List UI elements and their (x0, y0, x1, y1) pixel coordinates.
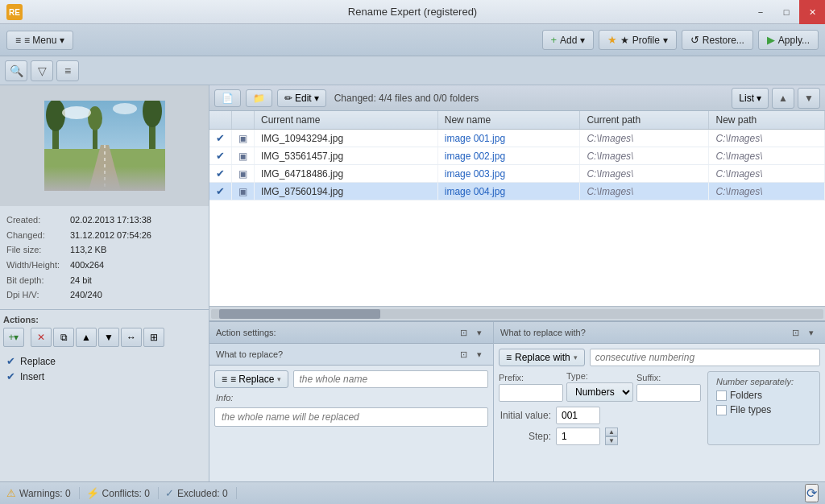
table-row[interactable]: ✔ ▣ IMG_53561457.jpg image 002.jpg C:\Im… (209, 147, 825, 165)
actions-up-button[interactable]: ▲ (76, 328, 97, 347)
action-panel-header-right: What to replace with? ⊡ ▾ (494, 322, 825, 344)
replace-with-label: Replace with (515, 352, 570, 363)
edit-caret: ▾ (314, 93, 319, 104)
row-icon-0: ▣ (232, 130, 255, 147)
filetypes-checkbox[interactable] (716, 405, 727, 415)
folders-checkbox[interactable] (716, 390, 727, 401)
actions-down-button[interactable]: ▼ (98, 328, 119, 347)
actions-panel: Actions: +▾ ✕ ⧉ ▲ ▼ ↔ ⊞ ✔ Replace ✔ Inse… (0, 309, 209, 389)
filter-button[interactable]: ▽ (31, 60, 53, 81)
table-row[interactable]: ✔ ▣ IMG_10943294.jpg image 001.jpg C:\Im… (209, 130, 825, 147)
created-value: 02.02.2013 17:13:38 (70, 213, 151, 228)
menu-icon-button[interactable]: ≡ (56, 60, 79, 81)
maximize-button[interactable]: □ (773, 0, 799, 24)
suffix-input[interactable] (636, 384, 701, 402)
hscroll-area[interactable] (209, 306, 825, 320)
nav-down-button[interactable]: ▼ (798, 88, 820, 109)
edit-label: Edit (295, 93, 312, 104)
prefix-label: Prefix: (499, 373, 563, 382)
action-item-insert[interactable]: ✔ Insert (3, 369, 205, 384)
file-icon-btn[interactable]: 📄 (214, 89, 241, 107)
list-caret: ▾ (757, 93, 761, 104)
panel-restore-right[interactable]: ⊡ (788, 325, 802, 340)
panel-close-left[interactable]: ▾ (472, 325, 487, 340)
row-newpath-3: C:\Images\ (709, 183, 825, 200)
file-table-container[interactable]: Current name New name Current path New p… (209, 111, 825, 306)
replace-dropdown-label: ≡ Replace (230, 374, 274, 385)
info-box: the whole name will be replaced (214, 407, 488, 427)
apply-button[interactable]: ▶ Apply... (758, 30, 819, 50)
profile-button[interactable]: ★ ★ Profile ▾ (599, 30, 676, 50)
filetypes-label: File types (730, 404, 771, 415)
window-title: Rename Expert (registered) (348, 6, 477, 18)
folder-icon-btn[interactable]: 📁 (246, 89, 272, 107)
minimize-button[interactable]: − (748, 0, 773, 24)
actions-move-button[interactable]: ↔ (121, 328, 142, 347)
action-settings-label: Action settings: (216, 328, 276, 337)
hscrollbar-thumb[interactable] (219, 309, 380, 319)
conflicts-item: ⚡ Conflicts: 0 (86, 487, 159, 499)
row-check-1: ✔ (209, 147, 232, 165)
replace-with-input[interactable] (590, 349, 820, 366)
number-separately-title: Number separately: (716, 377, 811, 386)
actions-add-button[interactable]: +▾ (3, 328, 24, 347)
main-container: Created: 02.02.2013 17:13:38 Changed: 31… (0, 85, 825, 481)
type-group: Type: Numbers Letters Roman (566, 371, 633, 402)
app-icon: RE (6, 4, 23, 20)
restore-button[interactable]: ↺ Restore... (682, 30, 753, 50)
bottom-section: Action settings: ⊡ ▾ What to replace? ⊡ … (209, 320, 825, 481)
what-close-btn[interactable]: ▾ (472, 347, 487, 361)
replace-with-caret: ▾ (574, 353, 578, 361)
what-restore-btn[interactable]: ⊡ (456, 347, 471, 361)
warnings-text: Warnings: 0 (19, 488, 71, 499)
edit-button[interactable]: ✏ Edit ▾ (277, 89, 326, 107)
col-check (209, 111, 232, 130)
row-current-0: IMG_10943294.jpg (255, 130, 438, 147)
actions-duplicate-button[interactable]: ⊞ (143, 328, 164, 347)
step-down-button[interactable]: ▼ (605, 436, 618, 445)
step-input[interactable] (556, 428, 600, 445)
replace-input[interactable] (293, 370, 488, 388)
type-label: Type: (566, 371, 633, 381)
table-row[interactable]: ✔ ▣ IMG_87560194.jpg image 004.jpg C:\Im… (209, 183, 825, 200)
menu-button[interactable]: ≡ ≡ Menu ▾ (6, 31, 73, 50)
nav-up-button[interactable]: ▲ (772, 88, 794, 109)
search-button[interactable]: 🔍 (5, 60, 27, 81)
conflicts-icon: ⚡ (86, 487, 99, 499)
action-panel-title: Action settings: ⊡ ▾ (209, 322, 493, 344)
window-controls: − □ ✕ (748, 0, 825, 24)
replace-row: ≡ ≡ Replace ▾ (214, 370, 488, 388)
replace-with-dropdown[interactable]: ≡ Replace with ▾ (499, 349, 585, 366)
prefix-input[interactable] (499, 384, 563, 402)
type-select[interactable]: Numbers Letters Roman (566, 382, 633, 402)
dpi-value: 240/240 (70, 287, 102, 303)
created-label: Created: (6, 213, 67, 228)
warnings-icon: ⚠ (6, 487, 16, 499)
action-item-replace[interactable]: ✔ Replace (3, 353, 205, 369)
add-button[interactable]: + Add ▾ (542, 30, 595, 50)
actions-copy-button[interactable]: ⧉ (53, 328, 74, 347)
panel-header-right-right: ⊡ ▾ (788, 325, 819, 340)
row-newpath-1: C:\Images\ (709, 147, 825, 165)
info-label: Info: (214, 393, 488, 403)
restore-label: Restore... (703, 35, 744, 46)
actions-delete-button[interactable]: ✕ (31, 328, 52, 347)
left-panel: Created: 02.02.2013 17:13:38 Changed: 31… (0, 85, 209, 481)
table-row[interactable]: ✔ ▣ IMG_64718486.jpg image 003.jpg C:\Im… (209, 165, 825, 183)
menu-label: ≡ Menu (24, 35, 56, 46)
dpi-label: Dpi H/V: (6, 287, 67, 303)
panel-close-right[interactable]: ▾ (804, 325, 819, 340)
replace-dropdown[interactable]: ≡ ≡ Replace ▾ (214, 370, 288, 388)
excluded-text: Excluded: 0 (177, 488, 228, 499)
list-label: List (739, 93, 754, 104)
hscrollbar[interactable] (211, 309, 823, 319)
col-new-path: New path (709, 111, 825, 130)
suffix-label: Suffix: (636, 373, 701, 382)
step-label: Step: (499, 431, 551, 442)
step-up-button[interactable]: ▲ (605, 428, 618, 436)
close-button[interactable]: ✕ (799, 0, 825, 24)
refresh-button[interactable]: ⟳ (805, 484, 819, 502)
initial-input[interactable] (556, 407, 600, 424)
panel-restore-left[interactable]: ⊡ (456, 325, 471, 340)
list-button[interactable]: List ▾ (732, 88, 769, 109)
